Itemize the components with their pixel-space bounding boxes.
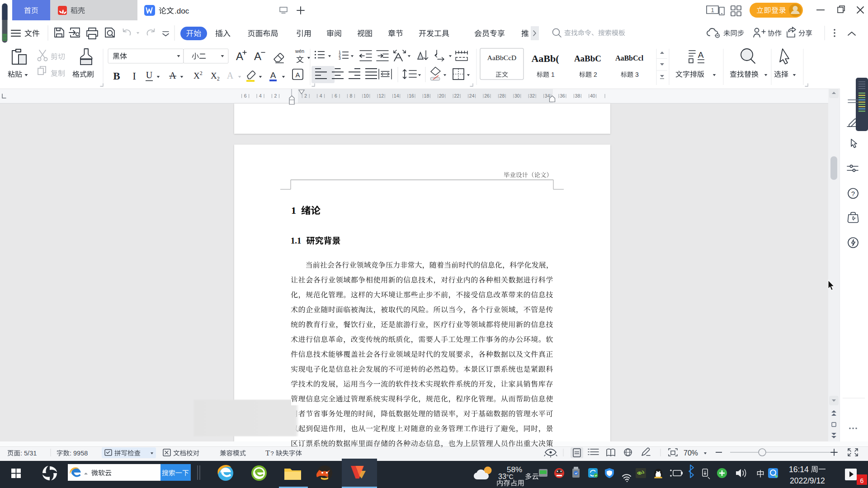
svg-text:AaBbCcD: AaBbCcD xyxy=(487,54,517,61)
svg-text:1: 1 xyxy=(711,7,714,14)
svg-text:AaBb(: AaBb( xyxy=(531,53,559,64)
svg-text:A: A xyxy=(170,70,176,80)
svg-text:33: 33 xyxy=(498,473,506,480)
svg-text:A: A xyxy=(236,50,243,62)
svg-text:: 5/31: : 5/31 xyxy=(20,450,37,457)
svg-text:6: 6 xyxy=(244,93,247,99)
svg-text:4: 4 xyxy=(259,93,262,99)
svg-text:4: 4 xyxy=(320,93,322,99)
svg-text:14: 14 xyxy=(394,93,399,99)
svg-text:AaBbCcl: AaBbCcl xyxy=(615,54,644,62)
svg-text:6: 6 xyxy=(335,93,337,99)
svg-text:.doc: .doc xyxy=(175,7,189,15)
svg-text:T: T xyxy=(265,449,270,457)
svg-text:U: U xyxy=(146,70,153,80)
svg-text:22: 22 xyxy=(454,93,459,99)
svg-text:A: A xyxy=(296,71,300,79)
svg-text:°C: °C xyxy=(506,473,514,480)
svg-text:8: 8 xyxy=(350,93,353,99)
svg-text:28: 28 xyxy=(500,93,505,99)
svg-text:I: I xyxy=(132,70,136,82)
svg-text:B: B xyxy=(113,70,120,82)
svg-text:2022/9/12: 2022/9/12 xyxy=(790,476,825,485)
svg-text:24: 24 xyxy=(469,93,475,99)
svg-text:6: 6 xyxy=(860,477,864,484)
svg-text:A: A xyxy=(270,70,276,80)
svg-text:38: 38 xyxy=(575,93,580,99)
svg-text:1.1: 1.1 xyxy=(291,236,301,245)
svg-text:30: 30 xyxy=(514,93,520,99)
svg-text:10: 10 xyxy=(363,93,369,99)
svg-text:1: 1 xyxy=(291,205,296,216)
svg-text:: 9958: : 9958 xyxy=(70,450,88,457)
svg-text:20: 20 xyxy=(439,93,444,99)
svg-text:A: A xyxy=(227,70,234,80)
svg-text:AaBbC: AaBbC xyxy=(574,54,601,63)
svg-text:40: 40 xyxy=(590,93,595,99)
svg-text:wén: wén xyxy=(295,48,304,54)
svg-text:2: 2 xyxy=(594,71,597,78)
svg-text:16: 16 xyxy=(409,93,414,99)
svg-text:A: A xyxy=(698,50,704,60)
svg-text:2: 2 xyxy=(200,70,203,76)
svg-text:2: 2 xyxy=(304,93,307,99)
svg-text:2: 2 xyxy=(217,75,220,82)
svg-text:18: 18 xyxy=(424,93,429,99)
svg-text:16:14: 16:14 xyxy=(789,465,809,474)
svg-text:12: 12 xyxy=(378,93,384,99)
svg-text:1: 1 xyxy=(551,71,555,78)
svg-text:26: 26 xyxy=(484,93,490,99)
svg-text:70%: 70% xyxy=(684,449,698,457)
svg-text:?: ? xyxy=(270,450,274,457)
svg-text:?: ? xyxy=(851,190,855,197)
svg-text:A: A xyxy=(254,50,261,62)
svg-text:34: 34 xyxy=(545,93,550,99)
svg-text:36: 36 xyxy=(560,93,565,99)
svg-text:2: 2 xyxy=(274,93,277,99)
svg-text:X: X xyxy=(211,71,217,80)
svg-text:X: X xyxy=(193,71,200,80)
svg-text:3: 3 xyxy=(635,71,639,78)
svg-text:32: 32 xyxy=(529,93,535,99)
svg-text:3: 3 xyxy=(339,56,341,61)
